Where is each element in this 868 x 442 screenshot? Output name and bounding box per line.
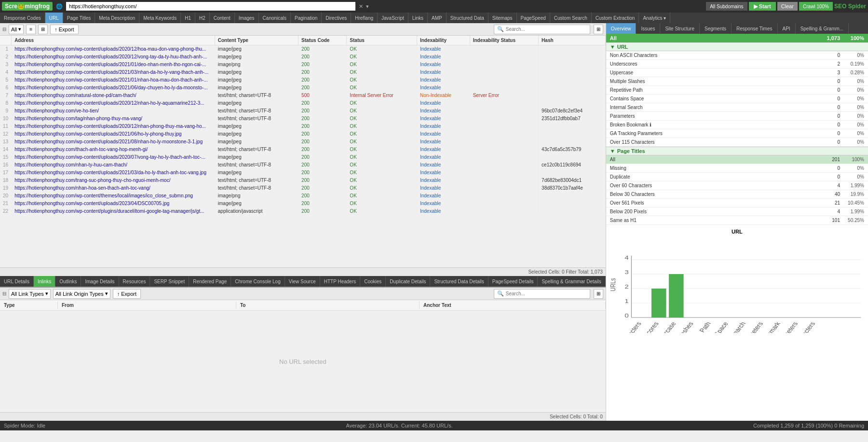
- table-row[interactable]: 7 https://hotienphongthuy.com/natural-st…: [0, 92, 605, 99]
- lower-filter-options-btn[interactable]: ⊞: [594, 289, 603, 299]
- bottom-tab-http-headers[interactable]: HTTP Headers: [320, 276, 361, 287]
- bottom-tab-rendered-page[interactable]: Rendered Page: [189, 276, 231, 287]
- url-dropdown-icon[interactable]: ▾: [366, 3, 369, 10]
- col-address[interactable]: Address: [12, 36, 215, 45]
- bottom-tab-url-details[interactable]: URL Details: [0, 276, 34, 287]
- start-btn[interactable]: ▶ Start: [749, 2, 776, 11]
- filter-dropdown[interactable]: All ▾: [9, 25, 24, 34]
- tab-page-titles[interactable]: Page Titles: [63, 13, 95, 23]
- right-page-title-item[interactable]: Below 30 Characters 40 19.9%: [606, 190, 868, 199]
- lower-export-btn[interactable]: ↑ Export: [113, 289, 141, 299]
- tab-h2[interactable]: H2: [195, 13, 210, 23]
- tab-meta-description[interactable]: Meta Description: [95, 13, 139, 23]
- search-input[interactable]: [506, 27, 587, 32]
- right-tab-segments[interactable]: Segments: [700, 23, 732, 34]
- link-origin-dropdown[interactable]: All Link Origin Types ▾: [53, 289, 110, 299]
- right-page-title-item[interactable]: Over 561 Pixels 21 10.45%: [606, 199, 868, 207]
- url-input[interactable]: [66, 2, 355, 11]
- table-row[interactable]: 15 https://hotienphongthuy.com/wp-conten…: [0, 153, 605, 161]
- col-status-code[interactable]: Status Code: [298, 36, 347, 45]
- table-row[interactable]: 17 https://hotienphongthuy.com/wp-conten…: [0, 169, 605, 177]
- bottom-tab-serp-snippet[interactable]: SERP Snippet: [150, 276, 189, 287]
- bottom-tab-image-details[interactable]: Image Details: [81, 276, 119, 287]
- right-url-item[interactable]: Contains Space 0 0%: [606, 95, 868, 103]
- table-row[interactable]: 20 https://hotienphongthuy.com/wp-conten…: [0, 192, 605, 200]
- right-url-item[interactable]: Internal Search 0 0%: [606, 103, 868, 112]
- right-tab-response-times[interactable]: Response Times: [732, 23, 777, 34]
- tab-pagination[interactable]: Pagination: [291, 13, 322, 23]
- tab-sitemaps[interactable]: Sitemaps: [488, 13, 517, 23]
- table-row[interactable]: 6 https://hotienphongthuy.com/wp-content…: [0, 84, 605, 92]
- clear-btn[interactable]: Clear: [777, 2, 798, 11]
- right-url-item[interactable]: Repetitive Path 0 0%: [606, 86, 868, 95]
- tab-pagespeed[interactable]: PageSpeed: [517, 13, 550, 23]
- filter-options-btn[interactable]: ⊞: [594, 25, 603, 34]
- tab-links[interactable]: Links: [408, 13, 428, 23]
- tab-url[interactable]: URL: [45, 13, 63, 23]
- right-url-item[interactable]: Multiple Slashes 0 0%: [606, 77, 868, 86]
- right-page-title-item[interactable]: Same as H1 101 50.25%: [606, 216, 868, 225]
- right-page-title-item[interactable]: All 201 100%: [606, 155, 868, 164]
- bottom-tab-view-source[interactable]: View Source: [285, 276, 320, 287]
- bottom-tab-cookies[interactable]: Cookies: [360, 276, 386, 287]
- tab-structured-data[interactable]: Structured Data: [447, 13, 488, 23]
- table-row[interactable]: 19 https://hotienphongthuy.com/nhan-hoa-…: [0, 184, 605, 192]
- table-row[interactable]: 5 https://hotienphongthuy.com/wp-content…: [0, 76, 605, 84]
- tab-custom-search[interactable]: Custom Search: [550, 13, 592, 23]
- bottom-tab-resources[interactable]: Resources: [119, 276, 150, 287]
- table-row[interactable]: 16 https://hotienphongthuy.com/nhan-ty-h…: [0, 161, 605, 169]
- col-hash[interactable]: Hash: [539, 36, 606, 45]
- col-indexability-status[interactable]: Indexability Status: [470, 36, 538, 45]
- col-status[interactable]: Status: [347, 36, 417, 45]
- right-tab-overview[interactable]: Overview: [606, 23, 637, 34]
- table-row[interactable]: 3 https://hotienphongthuy.com/wp-content…: [0, 61, 605, 69]
- tab-custom-extraction[interactable]: Custom Extraction: [592, 13, 639, 23]
- tab-h1[interactable]: H1: [181, 13, 195, 23]
- bottom-tab-spelling-&-grammar-details[interactable]: Spelling & Grammar Details: [538, 276, 605, 287]
- tab-hreflang[interactable]: Hreflang: [351, 13, 378, 23]
- bottom-tab-duplicate-details[interactable]: Duplicate Details: [386, 276, 430, 287]
- right-page-title-item[interactable]: Over 60 Characters 4 1.99%: [606, 181, 868, 190]
- tab-images[interactable]: Images: [235, 13, 259, 23]
- tab-analytics[interactable]: Analytics ▾: [639, 13, 670, 23]
- table-row[interactable]: 13 https://hotienphongthuy.com/wp-conten…: [0, 138, 605, 146]
- right-url-item[interactable]: Over 115 Characters 0 0%: [606, 138, 868, 147]
- right-url-item[interactable]: Broken Bookmark ℹ 0 0%: [606, 121, 868, 129]
- right-tab-site-structure[interactable]: Site Structure: [660, 23, 700, 34]
- chart-view-btn[interactable]: ⊞: [38, 25, 48, 34]
- right-page-title-item[interactable]: Below 200 Pixels 4 1.99%: [606, 207, 868, 216]
- table-row[interactable]: 18 https://hotienphongthuy.com/trang-suc…: [0, 177, 605, 184]
- col-indexability[interactable]: Indexability: [417, 36, 470, 45]
- right-page-title-item[interactable]: Missing 0 0%: [606, 164, 868, 173]
- table-row[interactable]: 10 https://hotienphongthuy.com/tag/nhan-…: [0, 115, 605, 123]
- list-view-btn[interactable]: ≡: [26, 25, 36, 34]
- bottom-tab-outlinks[interactable]: Outlinks: [55, 276, 81, 287]
- export-btn[interactable]: ↑ Export: [50, 25, 78, 34]
- right-tab-api[interactable]: API: [778, 23, 796, 34]
- table-row[interactable]: 21 https://hotienphongthuy.com/wp-conten…: [0, 200, 605, 207]
- right-page-title-item[interactable]: Duplicate 0 0%: [606, 173, 868, 181]
- right-url-item[interactable]: Underscores 2 0.19%: [606, 60, 868, 69]
- table-row[interactable]: 9 https://hotienphongthuy.com/ve-ho-tien…: [0, 107, 605, 115]
- table-row[interactable]: 4 https://hotienphongthuy.com/wp-content…: [0, 69, 605, 76]
- right-url-item[interactable]: Parameters 0 0%: [606, 112, 868, 121]
- url-clear-icon[interactable]: ✕: [359, 3, 363, 10]
- tab-javascript[interactable]: JavaScript: [378, 13, 408, 23]
- tab-amp[interactable]: AMP: [428, 13, 447, 23]
- table-row[interactable]: 1 https://hotienphongthuy.com/wp-content…: [0, 45, 605, 53]
- table-row[interactable]: 14 https://hotienphongthuy.com/thach-anh…: [0, 146, 605, 153]
- page-titles-section-header[interactable]: ▼ Page Titles: [606, 147, 868, 155]
- table-row[interactable]: 2 https://hotienphongthuy.com/wp-content…: [0, 53, 605, 61]
- table-row[interactable]: 11 https://hotienphongthuy.com/wp-conten…: [0, 123, 605, 130]
- tab-meta-keywords[interactable]: Meta Keywords: [139, 13, 181, 23]
- lower-search-input[interactable]: [506, 291, 587, 296]
- tab-response-codes[interactable]: Response Codes: [0, 13, 45, 23]
- tab-canonicals[interactable]: Canonicals: [259, 13, 291, 23]
- col-content-type[interactable]: Content Type: [215, 36, 298, 45]
- url-section-header[interactable]: ▼ URL: [606, 43, 868, 51]
- bottom-tab-pagespeed-details[interactable]: PageSpeed Details: [488, 276, 538, 287]
- tab-content[interactable]: Content: [210, 13, 235, 23]
- bottom-tab-chrome-console-log[interactable]: Chrome Console Log: [231, 276, 285, 287]
- link-types-dropdown[interactable]: All Link Types ▾: [9, 289, 51, 299]
- subdomain-btn[interactable]: All Subdomains: [706, 2, 747, 11]
